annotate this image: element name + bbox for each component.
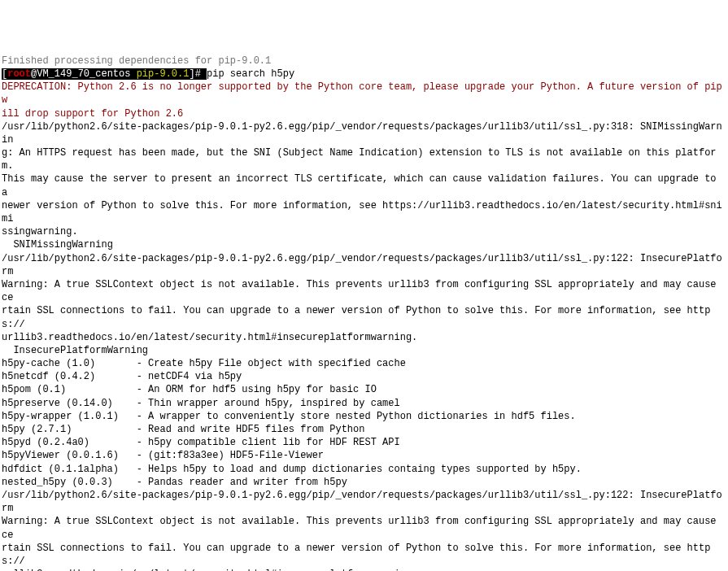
warning-text: /usr/lib/python2.6/site-packages/pip-9.0… bbox=[2, 253, 722, 277]
warning-text: urllib3.readthedocs.io/en/latest/securit… bbox=[2, 332, 417, 343]
command-text: pip search h5py bbox=[207, 68, 294, 80]
deprecation-text: ill drop support for Python 2.6 bbox=[2, 108, 183, 120]
prompt-host: @VM_149_70_centos bbox=[31, 68, 137, 80]
warning-text: /usr/lib/python2.6/site-packages/pip-9.0… bbox=[2, 121, 722, 146]
search-result: h5py (2.7.1) - Read and write HDF5 files… bbox=[2, 424, 364, 435]
search-result: h5pyViewer (0.0.1.6) - (git:f83a3ee) HDF… bbox=[2, 450, 324, 461]
deprecation-text: DEPRECATION: Python 2.6 is no longer sup… bbox=[2, 81, 728, 106]
search-result: hdfdict (0.1.1alpha) - Helps h5py to loa… bbox=[2, 464, 582, 475]
warning-text: InsecurePlatformWarning bbox=[2, 345, 148, 356]
warning-text: rtain SSL connections to fail. You can u… bbox=[2, 543, 710, 567]
prompt-cwd: pip-9.0.1 bbox=[137, 68, 190, 80]
warning-text: ssingwarning. bbox=[2, 226, 78, 238]
warning-text: g: An HTTPS request has been made, but t… bbox=[2, 147, 717, 172]
bracket-close: ]# bbox=[189, 68, 207, 80]
warning-text: /usr/lib/python2.6/site-packages/pip-9.0… bbox=[2, 490, 722, 514]
search-result: h5preserve (0.14.0) - Thin wrapper aroun… bbox=[2, 398, 400, 409]
search-result: h5pom (0.1) - An ORM for hdf5 using h5py… bbox=[2, 384, 377, 395]
prompt-line-1: [root@VM_149_70_centos pip-9.0.1]# pip s… bbox=[2, 68, 294, 80]
search-result: h5netcdf (0.4.2) - netCDF4 via h5py bbox=[2, 371, 242, 382]
warning-text: rtain SSL connections to fail. You can u… bbox=[2, 305, 710, 329]
prompt-user: root bbox=[7, 68, 31, 80]
warning-text: Warning: A true SSLContext object is not… bbox=[2, 279, 722, 303]
search-result: h5py-wrapper (1.0.1) - A wrapper to conv… bbox=[2, 411, 576, 422]
search-result: nested_h5py (0.0.3) - Pandas reader and … bbox=[2, 477, 347, 488]
warning-text: newer version of Python to solve this. F… bbox=[2, 200, 722, 224]
warning-text: This may cause the server to present an … bbox=[2, 173, 722, 198]
search-result: h5py-cache (1.0) - Create h5py File obje… bbox=[2, 358, 406, 369]
search-result: h5pyd (0.2.4a0) - h5py compatible client… bbox=[2, 437, 400, 448]
terminal-output[interactable]: Finished processing dependencies for pip… bbox=[2, 54, 726, 571]
warning-text: Warning: A true SSLContext object is not… bbox=[2, 516, 722, 540]
prev-line: Finished processing dependencies for pip… bbox=[2, 55, 271, 67]
warning-text: SNIMissingWarning bbox=[2, 239, 113, 251]
